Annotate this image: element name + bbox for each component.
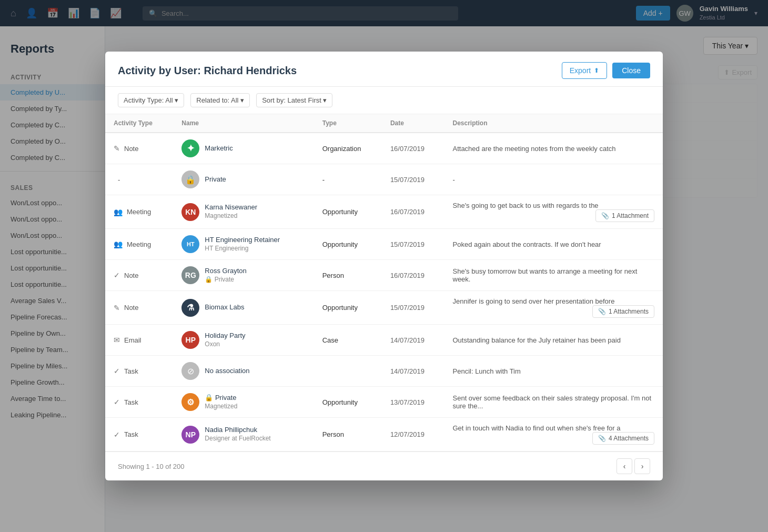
date-cell: 16/07/2019: [382, 133, 444, 164]
date-cell: 15/07/2019: [382, 229, 444, 260]
name-cell-container: HTHT Engineering RetainerHT Engineering: [173, 229, 314, 260]
table-row: ✓TaskNPNadia PhillipchukDesigner at Fuel…: [105, 418, 663, 451]
col-activity-type: Activity Type: [105, 114, 173, 133]
description-text: Pencil: Lunch with Tim: [453, 367, 521, 375]
type-cell: Case: [314, 325, 382, 356]
date-cell: 14/07/2019: [382, 356, 444, 387]
modal-header: Activity by User: Richard Hendricks Expo…: [105, 52, 663, 87]
activity-icon: 👥: [114, 208, 123, 216]
modal-actions: Export ⬆ Close: [562, 62, 650, 79]
description-text: Jennifer is going to send over her prese…: [453, 297, 615, 305]
activity-icon: ✉: [114, 336, 120, 344]
name-cell: NPNadia PhillipchukDesigner at FuelRocke…: [181, 426, 305, 444]
name-cell-container: NPNadia PhillipchukDesigner at FuelRocke…: [173, 418, 314, 451]
close-button[interactable]: Close: [612, 63, 650, 78]
entity-name: 🔒 Private: [205, 394, 237, 403]
entity-info: No association: [205, 367, 249, 376]
modal-overlay[interactable]: Activity by User: Richard Hendricks Expo…: [0, 0, 768, 532]
activity-type-filter[interactable]: Activity Type: All ▾: [118, 93, 184, 107]
attachment-badge[interactable]: 📎1 Attachments: [592, 305, 654, 318]
modal-table-wrap: Activity Type Name Type Date Description…: [105, 114, 663, 451]
name-cell: ⚗Biomax Labs: [181, 299, 305, 317]
date-cell: 16/07/2019: [382, 260, 444, 291]
export-button[interactable]: Export ⬆: [562, 62, 607, 79]
activity-type-label: Task: [124, 367, 138, 375]
paperclip-icon: 📎: [598, 435, 606, 442]
entity-avatar: 🔒: [181, 170, 199, 188]
entity-sub: 🔒 Private: [205, 276, 246, 284]
showing-text: Showing 1 - 10 of 200: [118, 463, 184, 470]
table-row: ✓Task⚙🔒 PrivateMagnetizedOpportunity13/0…: [105, 387, 663, 418]
activity-type-label: Task: [124, 398, 138, 406]
activity-type-label: Note: [124, 304, 138, 312]
entity-info: Marketric: [205, 144, 233, 153]
activity-type-label: Meeting: [127, 240, 151, 248]
table-row: 👥MeetingHTHT Engineering RetainerHT Engi…: [105, 229, 663, 260]
related-to-filter[interactable]: Related to: All ▾: [190, 93, 250, 107]
table-row: 👥MeetingKNKarna NisewanerMagnetizedOppor…: [105, 195, 663, 229]
activity-type-cell: ✓Task: [105, 356, 173, 387]
entity-avatar: HT: [181, 235, 199, 253]
entity-name: Holiday Party: [205, 332, 245, 340]
description-text: Outstanding balance for the July retaine…: [453, 336, 621, 344]
activity-type-label: Email: [124, 336, 142, 344]
entity-sub: Magnetized: [205, 403, 237, 411]
export-label: Export: [570, 66, 591, 75]
table-row: ✓Task⊘No association14/07/2019Pencil: Lu…: [105, 356, 663, 387]
description-cell: She's going to get back to us with regar…: [444, 195, 663, 229]
entity-avatar: ⚗: [181, 299, 199, 317]
modal-filters: Activity Type: All ▾ Related to: All ▾ S…: [105, 87, 663, 114]
entity-name: No association: [205, 367, 249, 376]
activity-table: Activity Type Name Type Date Description…: [105, 114, 663, 451]
description-cell: Sent over some feedback on their sales s…: [444, 387, 663, 418]
description-text: Sent over some feedback on their sales s…: [453, 394, 652, 410]
entity-info: Ross Grayton🔒 Private: [205, 267, 246, 284]
activity-type-cell: ✓Task: [105, 418, 173, 451]
type-cell: Opportunity: [314, 195, 382, 229]
modal: Activity by User: Richard Hendricks Expo…: [105, 52, 663, 480]
modal-title: Activity by User: Richard Hendricks: [118, 65, 297, 77]
description-cell: -: [444, 164, 663, 195]
col-name: Name: [173, 114, 314, 133]
type-cell: Organization: [314, 133, 382, 164]
type-cell: Person: [314, 418, 382, 451]
entity-info: Holiday PartyOxon: [205, 332, 245, 348]
entity-avatar: ✦: [181, 139, 199, 157]
entity-name: Private: [205, 175, 226, 184]
activity-icon: ✓: [114, 430, 120, 439]
activity-type-label: Task: [124, 430, 138, 438]
attachment-badge[interactable]: 📎4 Attachments: [592, 432, 654, 445]
name-cell: 🔒Private: [181, 170, 305, 188]
name-cell-container: RGRoss Grayton🔒 Private: [173, 260, 314, 291]
entity-avatar: KN: [181, 203, 199, 221]
entity-name: Biomax Labs: [205, 303, 244, 312]
sort-by-filter[interactable]: Sort by: Latest First ▾: [256, 93, 332, 107]
activity-type-label: Note: [124, 272, 138, 279]
activity-type-cell: 👥Meeting: [105, 195, 173, 229]
activity-type-label: -: [118, 176, 120, 184]
type-cell: Opportunity: [314, 291, 382, 325]
entity-info: 🔒 PrivateMagnetized: [205, 394, 237, 410]
activity-type-cell: ✓Note: [105, 260, 173, 291]
entity-name: HT Engineering Retainer: [205, 236, 280, 245]
activity-type-label: Note: [124, 145, 138, 153]
table-row: ✓NoteRGRoss Grayton🔒 PrivatePerson16/07/…: [105, 260, 663, 291]
attachment-count: 1 Attachments: [609, 308, 649, 315]
attachment-badge[interactable]: 📎1 Attachment: [595, 209, 654, 222]
entity-sub: Designer at FuelRocket: [205, 435, 270, 443]
col-description: Description: [444, 114, 663, 133]
table-header-row: Activity Type Name Type Date Description: [105, 114, 663, 133]
description-cell: Get in touch with Nadia to find out when…: [444, 418, 663, 451]
export-icon: ⬆: [594, 67, 599, 74]
prev-page-button[interactable]: ‹: [617, 458, 632, 474]
entity-info: Private: [205, 175, 226, 184]
pagination: ‹ ›: [617, 458, 650, 474]
table-row: ✎Note⚗Biomax LabsOpportunity15/07/2019Je…: [105, 291, 663, 325]
activity-type-cell: ✓Task: [105, 387, 173, 418]
type-cell: Person: [314, 260, 382, 291]
entity-name: Karna Nisewaner: [205, 203, 257, 212]
description-cell: She's busy tomorrow but wants to arrange…: [444, 260, 663, 291]
next-page-button[interactable]: ›: [634, 458, 650, 474]
attachment-count: 1 Attachment: [612, 212, 649, 219]
entity-info: HT Engineering RetainerHT Engineering: [205, 236, 280, 253]
